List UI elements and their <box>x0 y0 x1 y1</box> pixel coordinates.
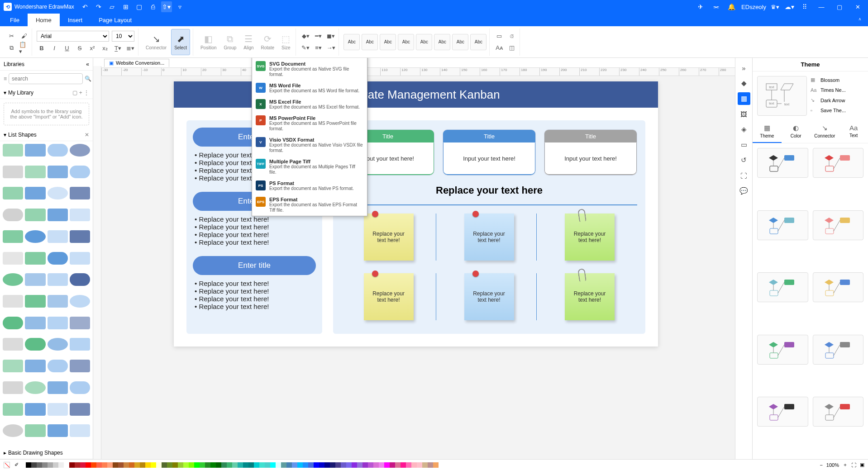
library-shape[interactable] <box>48 209 68 221</box>
library-shape[interactable] <box>70 144 90 157</box>
library-shape[interactable] <box>3 403 23 416</box>
color-swatch[interactable] <box>346 462 352 468</box>
color-swatch[interactable] <box>124 462 129 468</box>
shape-styles-gallery[interactable]: AbcAbcAbcAbcAbcAbcAbcAbc <box>343 34 486 50</box>
library-shape[interactable] <box>48 187 68 199</box>
expand-right-icon[interactable]: » <box>738 62 750 74</box>
theme-thumbnail[interactable] <box>813 397 864 427</box>
color-swatch[interactable] <box>319 462 324 468</box>
color-swatch[interactable] <box>178 462 183 468</box>
color-swatch[interactable] <box>270 462 276 468</box>
theme-thumbnail[interactable] <box>757 148 808 178</box>
color-swatch[interactable] <box>433 462 439 468</box>
theme-panel-icon[interactable]: ▦ <box>738 92 750 105</box>
color-swatch[interactable] <box>395 462 401 468</box>
qat-more-icon[interactable]: ▿ <box>175 1 186 12</box>
color-swatch[interactable] <box>156 462 162 468</box>
color-swatch[interactable] <box>118 462 124 468</box>
search-menu-icon[interactable]: ≡ <box>4 76 7 82</box>
color-swatch[interactable] <box>314 462 319 468</box>
share-icon[interactable]: ⫘ <box>711 1 721 12</box>
theme-option-2[interactable]: ↘Dark Arrow <box>811 96 863 104</box>
library-shape[interactable] <box>70 230 90 243</box>
library-shape[interactable] <box>70 424 90 437</box>
color-swatch[interactable] <box>172 462 178 468</box>
color-swatch[interactable] <box>401 462 406 468</box>
color-swatch[interactable] <box>384 462 390 468</box>
color-swatch[interactable] <box>248 462 254 468</box>
library-shape[interactable] <box>3 360 23 372</box>
color-swatch[interactable] <box>31 462 37 468</box>
paste-icon[interactable]: 📋▾ <box>19 43 29 53</box>
library-shape[interactable] <box>48 338 68 351</box>
library-shape[interactable] <box>3 144 23 157</box>
library-shape[interactable] <box>48 403 68 416</box>
color-swatch[interactable] <box>341 462 346 468</box>
document-tab[interactable]: ▣ Website Conversion... <box>104 59 169 67</box>
bell-icon[interactable]: 🔔 <box>726 1 737 12</box>
select-button[interactable]: ⬈Select <box>171 29 190 55</box>
font-panel-icon[interactable]: Aᴀ <box>494 43 504 53</box>
color-swatch[interactable] <box>42 462 48 468</box>
color-swatch[interactable] <box>357 462 362 468</box>
library-shape[interactable] <box>70 403 90 416</box>
shape-style-6[interactable]: Abc <box>452 34 468 50</box>
library-shape[interactable] <box>70 187 90 199</box>
my-library-section[interactable]: ▾My Library ▢ + ⋮ <box>0 87 93 99</box>
library-shape[interactable] <box>70 209 90 221</box>
library-shape[interactable] <box>3 166 23 178</box>
kanban-card-2[interactable]: TitleInput your text here! <box>443 129 536 176</box>
user-name[interactable]: EDszeoly <box>741 4 766 10</box>
theme-tab-text[interactable]: AaText <box>839 120 868 143</box>
help-down-icon[interactable]: ＾ <box>857 16 863 24</box>
color-swatch[interactable] <box>254 462 259 468</box>
color-swatch[interactable] <box>102 462 107 468</box>
color-swatch[interactable] <box>53 462 58 468</box>
page-setup-icon[interactable]: ▭ <box>738 138 750 151</box>
color-swatch[interactable] <box>335 462 341 468</box>
color-swatch[interactable] <box>216 462 221 468</box>
bold-icon[interactable]: B <box>37 43 47 53</box>
color-swatch[interactable] <box>227 462 232 468</box>
library-shape[interactable] <box>48 360 68 372</box>
library-shape[interactable] <box>48 273 68 286</box>
color-swatch[interactable] <box>292 462 297 468</box>
title-pill-3[interactable]: Enter title <box>193 256 316 275</box>
export-icon[interactable]: ⇧▾ <box>161 1 172 12</box>
library-shape[interactable] <box>25 187 45 199</box>
color-swatch[interactable] <box>69 462 75 468</box>
crop-icon[interactable]: ⟃ <box>507 31 517 41</box>
copy-icon[interactable]: ⧉ <box>6 43 16 53</box>
tab-file[interactable]: File <box>2 14 28 26</box>
tab-home[interactable]: Home <box>28 14 60 26</box>
theme-thumbnail[interactable] <box>813 335 864 365</box>
library-shape[interactable] <box>25 230 45 243</box>
color-swatch[interactable] <box>303 462 308 468</box>
color-swatch[interactable] <box>373 462 379 468</box>
theme-tab-connector[interactable]: ↘Connector <box>811 120 839 143</box>
sticky-note[interactable]: Replace your text here! <box>364 214 414 261</box>
library-shape[interactable] <box>3 230 23 243</box>
shape-format-icon[interactable]: ◆ <box>738 77 750 90</box>
position-button[interactable]: ◧Position <box>198 29 219 55</box>
bullet-list-icon[interactable]: ≣▾ <box>125 43 135 53</box>
apps-icon[interactable]: ⠿ <box>799 1 810 12</box>
theme-thumbnail[interactable] <box>813 148 864 178</box>
align-button[interactable]: ☰Align <box>241 29 256 55</box>
kanban-card-3[interactable]: TitleInput your text here! <box>544 129 637 176</box>
library-shape[interactable] <box>48 317 68 329</box>
color-swatch[interactable] <box>281 462 286 468</box>
strike-icon[interactable]: S <box>75 43 85 53</box>
theme-option-0[interactable]: ▦Blossom <box>811 76 863 84</box>
export-item-9[interactable]: PSPS FormatExport the document as Native… <box>252 178 367 194</box>
color-swatch[interactable] <box>151 462 156 468</box>
color-swatch[interactable] <box>422 462 428 468</box>
library-shape[interactable] <box>48 144 68 157</box>
library-shape[interactable] <box>3 381 23 394</box>
line-color-icon[interactable]: ✎▾ <box>300 43 310 53</box>
fit-page-icon[interactable]: ⛶ <box>851 462 856 468</box>
library-shape[interactable] <box>48 381 68 394</box>
fill-color-icon[interactable]: ◆▾ <box>300 31 310 41</box>
shape-style-2[interactable]: Abc <box>380 34 396 50</box>
cloud-icon[interactable]: ☁▾ <box>784 1 795 12</box>
